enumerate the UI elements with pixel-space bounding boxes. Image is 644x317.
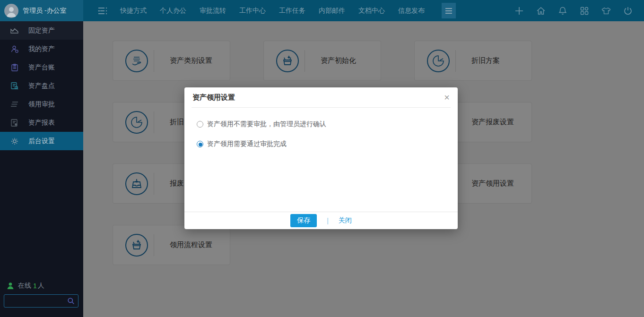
sidebar-item-asset-reports[interactable]: 资产报表 (0, 113, 83, 132)
sidebar-search (4, 294, 78, 308)
gear-icon (10, 137, 18, 145)
app-grid-icon[interactable] (580, 6, 589, 16)
clipboard-icon (10, 63, 18, 71)
power-icon[interactable] (623, 6, 633, 16)
save-button[interactable]: 保存 (290, 214, 317, 227)
button-divider: | (327, 217, 329, 224)
sidebar-item-label: 资产台账 (28, 63, 55, 72)
online-label: 在线 (18, 282, 31, 290)
online-person-icon (7, 282, 14, 290)
sidebar-item-my-assets[interactable]: 我的资产 (0, 40, 83, 58)
app-window: 管理员 -办公室 快捷方式 个人办公 审批流转 工作中心 工作任务 内部邮件 文… (0, 0, 644, 317)
sidebar-item-label: 固定资产 (28, 26, 55, 35)
search-icon[interactable] (67, 297, 75, 305)
theme-shirt-icon[interactable] (601, 6, 611, 16)
user-area[interactable]: 管理员 -办公室 (0, 0, 83, 21)
dialog-title: 资产领用设置 (192, 93, 235, 102)
sidebar: 固定资产 我的资产 资产台账 (0, 21, 83, 317)
sidebar-item-asset-ledger[interactable]: 资产台账 (0, 58, 83, 77)
person-icon (10, 45, 18, 53)
user-name: 管理员 -办公室 (23, 7, 67, 15)
radio-option-no-approval[interactable]: 资产领用不需要审批，由管理员进行确认 (197, 120, 445, 129)
sidebar-item-fixed-assets[interactable]: 固定资产 (0, 21, 83, 40)
nav-item-document-center[interactable]: 文档中心 (352, 0, 392, 21)
top-bar: 管理员 -办公室 快捷方式 个人办公 审批流转 工作中心 工作任务 内部邮件 文… (0, 0, 644, 21)
online-unit: 人 (38, 282, 44, 290)
close-button[interactable]: 关闭 (339, 216, 352, 225)
nav-item-work-center[interactable]: 工作中心 (233, 0, 272, 21)
header-actions (514, 6, 644, 16)
online-count: 1 (33, 282, 37, 290)
avatar[interactable] (4, 4, 18, 18)
radio-label: 资产领用需要通过审批完成 (207, 140, 287, 148)
nav-item-internal-mail[interactable]: 内部邮件 (312, 0, 352, 21)
nav-item-work-tasks[interactable]: 工作任务 (272, 0, 312, 21)
stack-icon (10, 100, 18, 108)
main-nav: 快捷方式 个人办公 审批流转 工作中心 工作任务 内部邮件 文档中心 信息发布 (113, 0, 431, 21)
close-icon[interactable]: × (444, 93, 450, 102)
radio-label: 资产领用不需要审批，由管理员进行确认 (207, 120, 326, 129)
online-status: 在线 1 人 (7, 282, 44, 290)
sidebar-item-asset-inventory[interactable]: 资产盘点 (0, 77, 83, 95)
search-input[interactable] (4, 298, 67, 305)
nav-item-personal-office[interactable]: 个人办公 (153, 0, 193, 21)
asset-requisition-settings-dialog: 资产领用设置 × 资产领用不需要审批，由管理员进行确认 资产领用需要通过审批完成… (184, 87, 458, 229)
dialog-header: 资产领用设置 × (184, 87, 458, 107)
radio-checked[interactable] (197, 141, 203, 147)
radio-unchecked[interactable] (197, 121, 203, 128)
sidebar-item-label: 领用审批 (28, 100, 55, 109)
home-icon[interactable] (536, 6, 546, 16)
plus-icon[interactable] (514, 6, 524, 16)
report-icon (10, 119, 18, 127)
nav-item-info-publish[interactable]: 信息发布 (392, 0, 431, 21)
radio-option-requires-approval[interactable]: 资产领用需要通过审批完成 (197, 140, 445, 148)
sidebar-item-label: 后台设置 (28, 137, 55, 146)
menu-collapse-icon[interactable] (97, 7, 108, 15)
nav-item-approval-flow[interactable]: 审批流转 (193, 0, 233, 21)
user-silhouette-icon (4, 4, 18, 18)
bell-icon[interactable] (558, 6, 567, 16)
sidebar-item-requisition-approval[interactable]: 领用审批 (0, 95, 83, 113)
doc-search-icon (10, 82, 18, 90)
trend-chart-icon (10, 26, 18, 34)
sidebar-item-label: 资产报表 (28, 119, 55, 127)
hamburger-menu-icon[interactable] (442, 3, 456, 18)
sidebar-item-label: 我的资产 (28, 45, 55, 53)
dialog-footer: 保存 | 关闭 (184, 212, 458, 229)
sidebar-item-backend-settings[interactable]: 后台设置 (0, 132, 83, 150)
sidebar-item-label: 资产盘点 (28, 82, 55, 90)
nav-item-shortcuts[interactable]: 快捷方式 (113, 0, 153, 21)
dialog-body: 资产领用不需要审批，由管理员进行确认 资产领用需要通过审批完成 (184, 108, 458, 148)
